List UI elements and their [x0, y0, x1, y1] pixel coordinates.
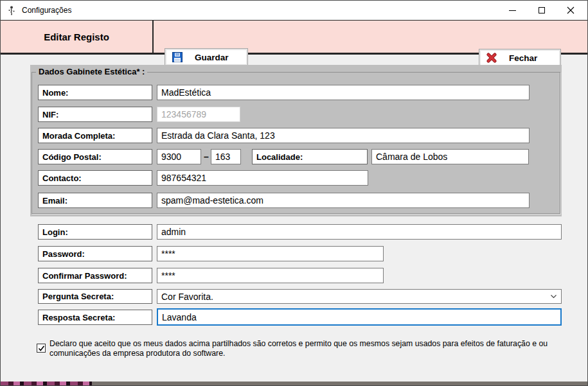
groupbox-caption: Dados Gabinete Estética* : — [36, 67, 147, 76]
close-button[interactable] — [556, 1, 585, 20]
codigo-postal-input-2[interactable] — [211, 149, 241, 164]
morada-label: Morada Completa: — [38, 128, 152, 143]
contacto-label: Contacto: — [38, 170, 152, 186]
close-record-button[interactable]: Fechar — [479, 49, 561, 67]
minimize-icon — [509, 10, 516, 11]
codigo-postal-label: Código Postal: — [38, 149, 152, 164]
password-label: Password: — [38, 246, 152, 261]
close-icon — [567, 6, 575, 14]
chevron-down-icon — [550, 293, 557, 300]
nif-input — [157, 107, 240, 122]
login-label: Login: — [38, 224, 152, 240]
window-title: Configurações — [22, 6, 71, 15]
password-input[interactable] — [157, 246, 384, 261]
maximize-icon — [539, 7, 545, 13]
configuracoes-window: Configurações Editar Registo — [0, 0, 588, 386]
resposta-secreta-label: Resposta Secreta: — [38, 310, 152, 325]
bottom-edge — [1, 382, 587, 385]
close-button-label: Fechar — [509, 53, 537, 63]
header-divider — [152, 21, 154, 53]
nome-input[interactable] — [157, 85, 530, 100]
consent-checkbox[interactable] — [37, 344, 46, 353]
page-title: Editar Registo — [1, 21, 152, 53]
pergunta-secreta-selected-value: Cor Favorita. — [161, 292, 213, 302]
email-label: Email: — [38, 193, 152, 208]
pergunta-secreta-select[interactable]: Cor Favorita. — [157, 289, 562, 304]
resposta-secreta-input[interactable] — [157, 308, 562, 326]
checkmark-icon — [38, 345, 45, 352]
nome-label: Nome: — [38, 85, 152, 100]
save-button[interactable]: Guardar — [165, 48, 248, 66]
localidade-label: Localidade: — [252, 149, 368, 164]
header-band: Editar Registo Guardar Fechar — [1, 20, 587, 55]
login-input[interactable] — [157, 224, 562, 240]
titlebar: Configurações — [1, 1, 587, 20]
email-input[interactable] — [157, 193, 530, 208]
pergunta-secreta-label: Pergunta Secreta: — [38, 289, 152, 304]
consent-text: Declaro que aceito que os meus dados aci… — [49, 339, 580, 358]
save-button-label: Guardar — [195, 53, 229, 62]
confirmar-password-input[interactable] — [157, 268, 384, 283]
codigo-postal-separator: – — [202, 149, 211, 164]
nif-label: NIF: — [38, 107, 152, 122]
codigo-postal-input-1[interactable] — [157, 149, 201, 164]
window-controls — [498, 1, 585, 20]
save-floppy-icon — [172, 52, 183, 62]
maximize-button[interactable] — [527, 1, 556, 20]
contacto-input[interactable] — [157, 170, 368, 186]
minimize-button[interactable] — [498, 1, 527, 20]
morada-input[interactable] — [157, 128, 530, 143]
app-icon — [6, 5, 17, 15]
localidade-input[interactable] — [371, 149, 529, 164]
bottom-edge-artifact — [1, 382, 92, 385]
close-x-icon — [486, 53, 497, 63]
confirmar-password-label: Confirmar Password: — [38, 268, 152, 283]
